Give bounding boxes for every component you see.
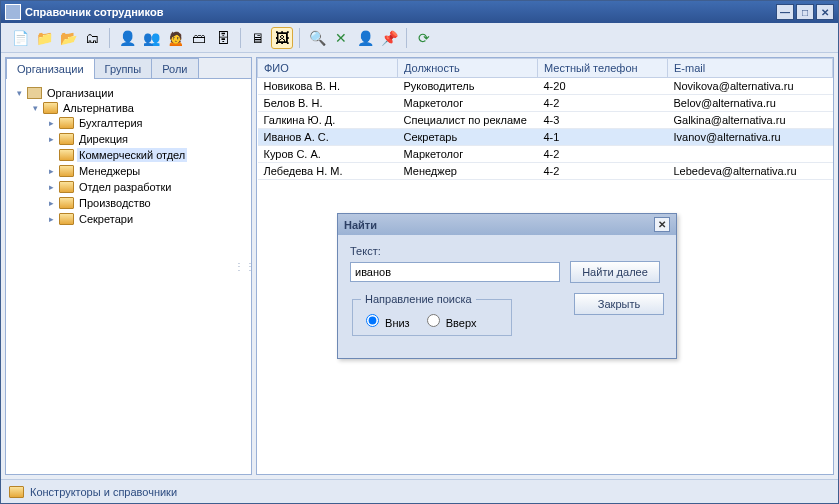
toolbar-btn-add-folder[interactable]: 📁 xyxy=(33,27,55,49)
table-row[interactable]: Куров С. А.Маркетолог4-2 xyxy=(258,146,833,163)
right-panel: ФИО Должность Местный телефон E-mail Нов… xyxy=(256,57,834,475)
tree-node[interactable]: ▸Дирекция xyxy=(46,132,247,146)
radio-up[interactable]: Вверх xyxy=(422,311,477,329)
folder-icon xyxy=(59,133,74,145)
find-text-input[interactable] xyxy=(350,262,560,282)
minimize-button[interactable]: — xyxy=(776,4,794,20)
table-row[interactable]: Лебедева Н. М.Менеджер4-2Lebedeva@altern… xyxy=(258,163,833,180)
close-button[interactable]: ✕ xyxy=(816,4,834,20)
find-dialog: Найти ✕ Текст: Найти далее Направление п… xyxy=(337,213,677,359)
expander-icon[interactable]: ▸ xyxy=(46,166,56,176)
tree-label[interactable]: Отдел разработки xyxy=(77,180,173,194)
tree-label[interactable]: Производство xyxy=(77,196,153,210)
toolbar-btn-add-user[interactable]: 👤 xyxy=(116,27,138,49)
tree-label-root[interactable]: Организации xyxy=(45,86,116,100)
tree-label[interactable]: Бухгалтерия xyxy=(77,116,145,130)
tree-label[interactable]: Менеджеры xyxy=(77,164,142,178)
col-position[interactable]: Должность xyxy=(398,59,538,78)
toolbar-btn-refresh[interactable]: ⟳ xyxy=(413,27,435,49)
radio-up-input[interactable] xyxy=(427,314,440,327)
folder-icon xyxy=(59,213,74,225)
folder-icon xyxy=(59,149,74,161)
tree-node-selected[interactable]: Коммерческий отдел xyxy=(46,148,247,162)
col-fullname[interactable]: ФИО xyxy=(258,59,398,78)
find-next-button[interactable]: Найти далее xyxy=(570,261,660,283)
cell: Маркетолог xyxy=(398,146,538,163)
folder-icon xyxy=(59,197,74,209)
cell: Новикова В. Н. xyxy=(258,78,398,95)
cell: Иванов А. С. xyxy=(258,129,398,146)
tab-roles[interactable]: Роли xyxy=(151,58,198,79)
splitter-handle[interactable]: ⋮⋮ xyxy=(234,261,256,272)
toolbar-btn-edit-user[interactable]: 👥 xyxy=(140,27,162,49)
expander-icon[interactable]: ▸ xyxy=(46,118,56,128)
tree-label[interactable]: Коммерческий отдел xyxy=(77,148,187,162)
table-row-selected[interactable]: Иванов А. С.Секретарь4-1Ivanov@alternati… xyxy=(258,129,833,146)
folder-icon xyxy=(43,102,58,114)
tree-node[interactable]: ▸Отдел разработки xyxy=(46,180,247,194)
tree-label[interactable]: Альтернатива xyxy=(61,101,136,115)
toolbar-btn-search[interactable]: 🔍 xyxy=(306,27,328,49)
toolbar-separator xyxy=(406,28,407,48)
cell: Руководитель xyxy=(398,78,538,95)
maximize-button[interactable]: □ xyxy=(796,4,814,20)
toolbar-btn-edit-folder[interactable]: 📂 xyxy=(57,27,79,49)
cell: Lebedeva@alternativa.ru xyxy=(668,163,833,180)
find-dialog-titlebar[interactable]: Найти ✕ xyxy=(338,214,676,235)
content-area: Организации Группы Роли ▾ Организации xyxy=(1,53,838,479)
cell: Galkina@alternativa.ru xyxy=(668,112,833,129)
tree-node[interactable]: ▸Производство xyxy=(46,196,247,210)
toolbar-btn-del-folder[interactable]: 🗂 xyxy=(81,27,103,49)
expander-icon[interactable]: ▾ xyxy=(30,103,40,113)
expander-icon[interactable]: ▸ xyxy=(46,134,56,144)
cell: Маркетолог xyxy=(398,95,538,112)
expander-icon[interactable]: ▸ xyxy=(46,198,56,208)
tab-groups[interactable]: Группы xyxy=(94,58,153,79)
tree-label[interactable]: Дирекция xyxy=(77,132,130,146)
col-email[interactable]: E-mail xyxy=(668,59,833,78)
find-dialog-close-button[interactable]: ✕ xyxy=(654,217,670,232)
cell: 4-2 xyxy=(538,95,668,112)
radio-down-input[interactable] xyxy=(366,314,379,327)
toolbar-btn-1[interactable]: 📄 xyxy=(9,27,31,49)
table-header-row: ФИО Должность Местный телефон E-mail xyxy=(258,59,833,78)
expander-icon[interactable]: ▸ xyxy=(46,182,56,192)
cell: Белов В. Н. xyxy=(258,95,398,112)
tree-node[interactable]: ▸Секретари xyxy=(46,212,247,226)
tree-view[interactable]: ▾ Организации ▾ Альтернатива xyxy=(6,78,251,474)
tab-organizations[interactable]: Организации xyxy=(6,58,95,79)
toolbar-btn-excel[interactable]: ✕ xyxy=(330,27,352,49)
find-dialog-title: Найти xyxy=(344,219,377,231)
table-row[interactable]: Новикова В. Н.Руководитель4-20Novikova@a… xyxy=(258,78,833,95)
table-row[interactable]: Галкина Ю. Д.Специалист по рекламе4-3Gal… xyxy=(258,112,833,129)
toolbar-btn-view2[interactable]: 🖼 xyxy=(271,27,293,49)
radio-up-label: Вверх xyxy=(446,317,477,329)
tree-node[interactable]: ▸Бухгалтерия xyxy=(46,116,247,130)
tree-label[interactable]: Секретари xyxy=(77,212,135,226)
radio-down[interactable]: Вниз xyxy=(361,311,410,329)
employee-table[interactable]: ФИО Должность Местный телефон E-mail Нов… xyxy=(257,58,833,180)
toolbar-btn-list[interactable]: 🗄 xyxy=(212,27,234,49)
toolbar-btn-view1[interactable]: 🖥 xyxy=(247,27,269,49)
cell: Куров С. А. xyxy=(258,146,398,163)
app-icon xyxy=(5,4,21,20)
tree-root[interactable]: ▾ Организации xyxy=(14,86,247,100)
toolbar-btn-del-user[interactable]: 🙍 xyxy=(164,27,186,49)
expander-icon[interactable]: ▾ xyxy=(14,88,24,98)
toolbar-btn-cards[interactable]: 🗃 xyxy=(188,27,210,49)
expander-icon[interactable]: ▸ xyxy=(46,214,56,224)
cell: 4-2 xyxy=(538,163,668,180)
cell: 4-3 xyxy=(538,112,668,129)
tree-node[interactable]: ▸Менеджеры xyxy=(46,164,247,178)
find-close-button[interactable]: Закрыть xyxy=(574,293,664,315)
col-phone[interactable]: Местный телефон xyxy=(538,59,668,78)
status-text[interactable]: Конструкторы и справочники xyxy=(30,486,177,498)
table-row[interactable]: Белов В. Н.Маркетолог4-2Belov@alternativ… xyxy=(258,95,833,112)
find-direction-group: Направление поиска Вниз Вверх xyxy=(352,293,512,336)
cell: Novikova@alternativa.ru xyxy=(668,78,833,95)
tree-node-alternativa[interactable]: ▾ Альтернатива xyxy=(30,101,247,115)
toolbar-btn-pin[interactable]: 📌 xyxy=(378,27,400,49)
cell: Специалист по рекламе xyxy=(398,112,538,129)
folder-icon xyxy=(59,165,74,177)
toolbar-btn-user[interactable]: 👤 xyxy=(354,27,376,49)
